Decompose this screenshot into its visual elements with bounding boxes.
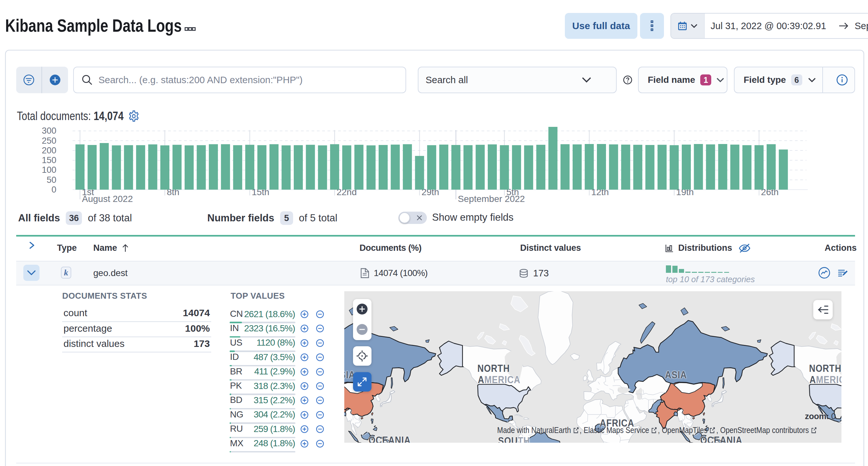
svg-text:200: 200 [42, 145, 56, 155]
svg-text:100: 100 [42, 165, 56, 175]
svg-text:0: 0 [52, 185, 56, 195]
svg-text:50: 50 [46, 175, 56, 185]
svg-text:September 2022: September 2022 [458, 194, 525, 204]
svg-text:300: 300 [42, 127, 56, 136]
svg-text:August 2022: August 2022 [82, 194, 133, 204]
svg-text:150: 150 [42, 155, 56, 165]
svg-text:250: 250 [42, 136, 56, 145]
